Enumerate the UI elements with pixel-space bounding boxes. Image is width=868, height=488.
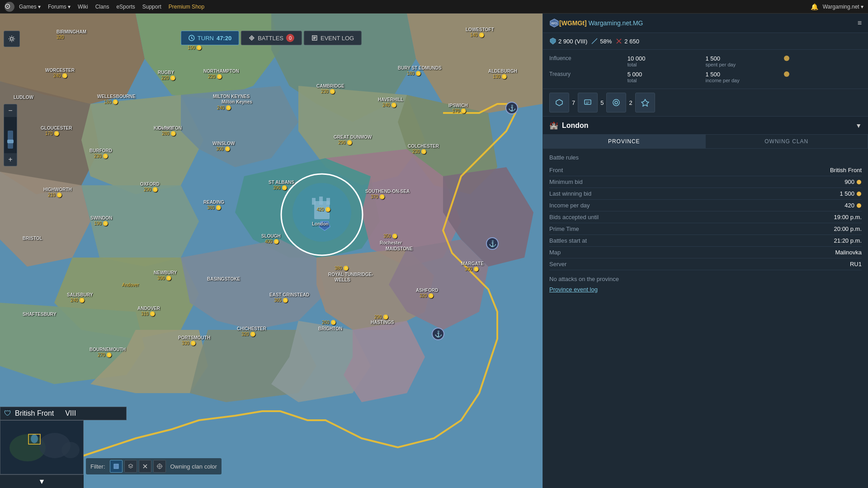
bottom-collapse-button[interactable]: ▼ bbox=[0, 474, 84, 488]
prime-row: Prime Time 20:00 p.m. bbox=[549, 223, 862, 235]
battles-start-value: 21:20 p.m. bbox=[834, 237, 862, 244]
minimap[interactable] bbox=[0, 420, 84, 474]
battles-count: 0 bbox=[286, 34, 294, 42]
filter-target[interactable] bbox=[153, 460, 166, 473]
treasury-label: Treasury bbox=[549, 71, 627, 77]
top-navigation: ⊙ Games ▾ Forums ▾ Wiki Clans eSports Su… bbox=[0, 0, 868, 14]
resources-panel: Influence 10 000 total 1 500 spent per d… bbox=[543, 50, 868, 89]
svg-point-46 bbox=[784, 56, 789, 61]
filter-label: Filter: bbox=[90, 463, 105, 470]
influence-total-sub: total bbox=[627, 62, 706, 67]
winrate-stat: 58% bbox=[591, 38, 612, 45]
map-row: Map Malinovka bbox=[549, 247, 862, 258]
influence-coin-cell bbox=[783, 53, 862, 69]
profile-collapse-button[interactable]: ≡ bbox=[858, 19, 862, 27]
treasury-total-cell: 5 000 total bbox=[627, 69, 706, 85]
svg-rect-27 bbox=[312, 198, 316, 205]
action-btn-1[interactable] bbox=[549, 93, 569, 113]
battles-value: 2 650 bbox=[624, 38, 639, 45]
province-panel: 🏰 London ▼ PROVINCE OWNING CLAN Battle r… bbox=[543, 117, 868, 298]
action-btn-4[interactable] bbox=[635, 93, 655, 113]
battles-start-label: Battles start at bbox=[549, 237, 587, 244]
nav-clans[interactable]: Clans bbox=[95, 4, 109, 10]
notification-bell[interactable]: 🔔 bbox=[811, 3, 818, 10]
action-count-3: 2 bbox=[629, 99, 632, 106]
last-bid-coin-icon bbox=[856, 191, 862, 197]
province-name: London bbox=[562, 122, 589, 130]
target-stat-icon bbox=[591, 38, 598, 45]
nav-premium-shop[interactable]: Premium Shop bbox=[169, 4, 204, 10]
clan-tag: [WGMGt] bbox=[559, 19, 587, 27]
filter-swords[interactable] bbox=[139, 460, 151, 473]
svg-point-53 bbox=[857, 180, 861, 184]
svg-marker-45 bbox=[550, 38, 556, 44]
province-event-log-link[interactable]: Province event log bbox=[549, 286, 862, 293]
action-btn-2[interactable] bbox=[578, 93, 598, 113]
action-item-1[interactable]: 7 bbox=[549, 93, 575, 113]
nav-forums[interactable]: Forums ▾ bbox=[48, 4, 71, 10]
min-bid-label: Minimum bid bbox=[549, 178, 583, 185]
action-count-2: 5 bbox=[600, 99, 604, 106]
influence-total: 10 000 bbox=[627, 55, 706, 62]
province-icon: 🏰 bbox=[549, 121, 558, 130]
profile-header: WG [WGMGt] Wargaming.net.MG ≡ bbox=[543, 14, 868, 33]
shield-stat-icon bbox=[549, 38, 557, 45]
nav-games[interactable]: Games ▾ bbox=[19, 4, 41, 10]
action-item-3[interactable]: 2 bbox=[606, 93, 632, 113]
treasury-rate-cell: 1 500 income per day bbox=[706, 69, 784, 85]
svg-marker-52 bbox=[642, 99, 649, 106]
front-label: Front bbox=[549, 167, 563, 174]
svg-point-54 bbox=[857, 192, 861, 196]
map-value: Malinovka bbox=[835, 249, 862, 256]
event-log-button[interactable]: EVENT LOG bbox=[304, 31, 362, 45]
action-item-2[interactable]: 5 bbox=[578, 93, 604, 113]
battles-start-row: Battles start at 21:20 p.m. bbox=[549, 235, 862, 247]
battle-rules-title: Battle rules bbox=[549, 154, 862, 161]
svg-point-51 bbox=[615, 101, 618, 104]
navy-icon-3: ⚓ bbox=[505, 102, 518, 114]
front-level: VIII bbox=[65, 409, 76, 418]
action-icons-row: 7 5 2 bbox=[543, 89, 868, 117]
last-bid-value: 1 500 bbox=[840, 190, 862, 197]
province-collapse-button[interactable]: ▼ bbox=[855, 122, 862, 129]
influence-total-cell: 10 000 total bbox=[627, 53, 706, 69]
nav-support[interactable]: Support bbox=[142, 4, 161, 10]
zoom-in-button[interactable]: + bbox=[4, 153, 17, 166]
zoom-out-button[interactable]: − bbox=[4, 104, 17, 117]
svg-point-37 bbox=[61, 442, 80, 458]
front-value: British Front bbox=[830, 167, 862, 174]
profile-stats: 2 900 (VIII) 58% 2 650 bbox=[543, 33, 868, 50]
account-menu[interactable]: Wargaming.net ▾ bbox=[823, 4, 863, 10]
last-bid-label: Last winning bid bbox=[549, 190, 591, 197]
svg-rect-40 bbox=[114, 464, 118, 469]
svg-rect-28 bbox=[319, 197, 323, 205]
nav-wiki[interactable]: Wiki bbox=[78, 4, 88, 10]
filter-bar: Filter: Owning clan color bbox=[86, 458, 222, 474]
front-shield-icon: 🛡 bbox=[4, 409, 11, 418]
battles-button[interactable]: BATTLES 0 bbox=[241, 31, 302, 45]
turn-label: TURN bbox=[198, 35, 214, 42]
svg-point-42 bbox=[159, 465, 160, 467]
prime-value: 20:00 p.m. bbox=[834, 225, 862, 232]
filter-layers[interactable] bbox=[124, 460, 137, 473]
bids-value: 19:00 p.m. bbox=[834, 214, 862, 221]
settings-button[interactable] bbox=[4, 31, 20, 47]
min-bid-value: 900 bbox=[844, 178, 862, 185]
svg-marker-48 bbox=[556, 99, 562, 106]
nav-esports[interactable]: eSports bbox=[116, 4, 135, 10]
map-label: Map bbox=[549, 249, 561, 256]
right-panel: WG [WGMGt] Wargaming.net.MG ≡ 2 900 (VII… bbox=[542, 14, 868, 488]
battles-stat: 2 650 bbox=[615, 38, 639, 45]
tab-owning-clan[interactable]: OWNING CLAN bbox=[706, 135, 868, 148]
event-log-label: EVENT LOG bbox=[321, 35, 354, 42]
svg-point-38 bbox=[31, 434, 38, 443]
action-btn-3[interactable] bbox=[606, 93, 626, 113]
treasury-coin-icon bbox=[783, 71, 790, 77]
navy-icon-2: ⚓ bbox=[432, 328, 444, 340]
svg-marker-11 bbox=[81, 185, 199, 267]
tab-province[interactable]: PROVINCE bbox=[543, 135, 706, 148]
filter-owning-clan[interactable] bbox=[110, 460, 123, 473]
income-coin-icon bbox=[856, 203, 862, 208]
wg-logo[interactable]: ⊙ bbox=[5, 2, 14, 12]
game-map[interactable]: − + TURN 47:20 BATTLES 0 EVENT LOG BIRMI… bbox=[0, 14, 542, 488]
